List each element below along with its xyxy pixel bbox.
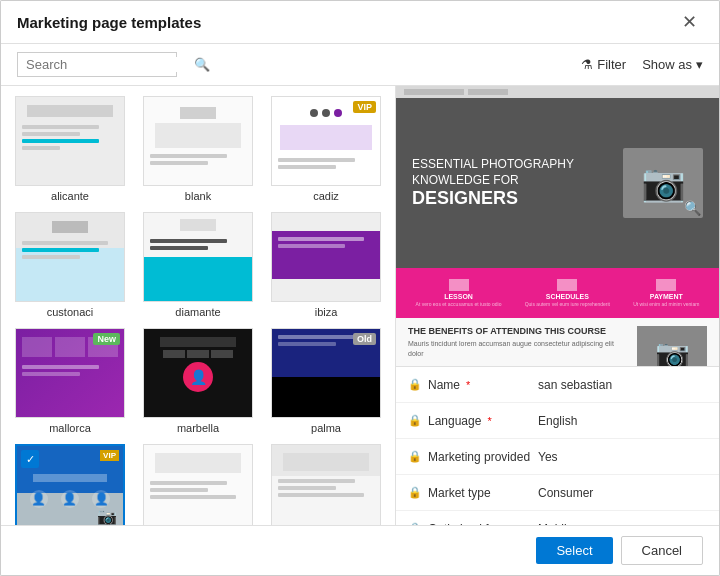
lock-icon: 🔒 <box>408 486 422 499</box>
detail-label-name: Name <box>428 378 460 392</box>
detail-value-name: san sebastian <box>538 378 707 392</box>
new-badge: New <box>93 333 120 345</box>
preview-image: ESSENTIAL PHOTOGRAPHY KNOWLEDGE FOR DESI… <box>396 86 719 366</box>
search-box[interactable]: 🔍 <box>17 52 177 77</box>
template-thumbnail <box>143 96 253 186</box>
template-item[interactable]: custonaci <box>11 212 129 318</box>
lock-icon: 🔒 <box>408 378 422 391</box>
detail-label-market-type: Market type <box>428 486 491 500</box>
template-name: cadiz <box>313 190 339 202</box>
template-thumbnail: VIP <box>271 96 381 186</box>
template-item[interactable]: 👤 marbella <box>139 328 257 434</box>
old-badge: Old <box>353 333 376 345</box>
dialog-footer: Select Cancel <box>1 525 719 575</box>
template-thumbnail <box>143 212 253 302</box>
hero-subtitle: DESIGNERS <box>412 188 623 209</box>
template-thumbnail <box>143 444 253 525</box>
template-thumbnail: 👤 <box>143 328 253 418</box>
template-thumbnail: New <box>15 328 125 418</box>
template-thumbnail <box>15 212 125 302</box>
lock-icon: 🔒 <box>408 450 422 463</box>
template-item[interactable]: struct-1 <box>267 444 385 525</box>
template-thumbnail <box>271 444 381 525</box>
template-grid-panel: alicante blank <box>1 86 396 525</box>
close-button[interactable]: ✕ <box>676 11 703 33</box>
template-name: ibiza <box>315 306 338 318</box>
preview-benefits: THE BENEFITS OF ATTENDING THIS COURSE Ma… <box>396 318 719 366</box>
preview-hero: ESSENTIAL PHOTOGRAPHY KNOWLEDGE FOR DESI… <box>396 98 719 268</box>
show-as-button[interactable]: Show as ▾ <box>642 57 703 72</box>
select-button[interactable]: Select <box>536 537 612 564</box>
template-item[interactable]: blank <box>139 96 257 202</box>
dialog-body: alicante blank <box>1 86 719 525</box>
template-item[interactable]: VIP cadiz <box>267 96 385 202</box>
template-thumbnail: Old <box>271 328 381 418</box>
template-grid: alicante blank <box>11 96 385 525</box>
detail-label-marketing: Marketing provided <box>428 450 530 464</box>
detail-value-language: English <box>538 414 707 428</box>
detail-value-marketing: Yes <box>538 450 707 464</box>
template-item-san-sebastian[interactable]: ✓ 👤 👤 👤 VIP 📷 san sebastian <box>11 444 129 525</box>
template-name: diamante <box>175 306 220 318</box>
detail-row-name: 🔒 Name * san sebastian <box>396 367 719 403</box>
detail-row-language: 🔒 Language * English <box>396 403 719 439</box>
preview-camera-image: 📷 🔍 <box>623 148 703 218</box>
search-input[interactable] <box>26 57 194 72</box>
benefits-title: THE BENEFITS OF ATTENDING THIS COURSE <box>408 326 629 336</box>
detail-label-language: Language <box>428 414 481 428</box>
template-name: alicante <box>51 190 89 202</box>
template-item[interactable]: New mallorca <box>11 328 129 434</box>
chevron-down-icon: ▾ <box>696 57 703 72</box>
toolbar-right: ⚗ Filter Show as ▾ <box>581 57 703 72</box>
template-thumbnail <box>15 96 125 186</box>
dialog-title: Marketing page templates <box>17 14 201 31</box>
detail-row-marketing: 🔒 Marketing provided Yes <box>396 439 719 475</box>
template-item[interactable]: sitges <box>139 444 257 525</box>
template-name: mallorca <box>49 422 91 434</box>
template-thumbnail: ✓ 👤 👤 👤 VIP 📷 <box>15 444 125 525</box>
preview-pink-bar: LESSON At vero eos et accusamus et iusto… <box>396 268 719 318</box>
template-name: marbella <box>177 422 219 434</box>
detail-row-optimized: 🔒 Optimized for Mobile <box>396 511 719 525</box>
template-item[interactable]: ibiza <box>267 212 385 318</box>
filter-icon: ⚗ <box>581 57 593 72</box>
dialog-header: Marketing page templates ✕ <box>1 1 719 44</box>
schedules-item: SCHEDULES Quis autem vel eum iure repreh… <box>525 279 610 307</box>
lock-icon: 🔒 <box>408 414 422 427</box>
filter-button[interactable]: ⚗ Filter <box>581 57 626 72</box>
hero-title: ESSENTIAL PHOTOGRAPHY KNOWLEDGE FOR <box>412 157 623 188</box>
details-section: 🔒 Name * san sebastian 🔒 Language * Engl… <box>396 366 719 525</box>
template-name: blank <box>185 190 211 202</box>
template-item[interactable]: diamante <box>139 212 257 318</box>
template-item[interactable]: Old palma <box>267 328 385 434</box>
vip-badge: VIP <box>100 450 119 461</box>
benefits-image: 📷 <box>637 326 707 366</box>
template-name: palma <box>311 422 341 434</box>
template-thumbnail <box>271 212 381 302</box>
template-name: custonaci <box>47 306 93 318</box>
detail-row-market-type: 🔒 Market type Consumer <box>396 475 719 511</box>
lesson-item: LESSON At vero eos et accusamus et iusto… <box>416 279 502 307</box>
detail-value-market-type: Consumer <box>538 486 707 500</box>
selected-check-icon: ✓ <box>21 450 39 468</box>
vip-badge: VIP <box>353 101 376 113</box>
marketing-templates-dialog: Marketing page templates ✕ 🔍 ⚗ Filter Sh… <box>0 0 720 576</box>
template-item[interactable]: alicante <box>11 96 129 202</box>
search-icon: 🔍 <box>194 57 210 72</box>
preview-panel: ESSENTIAL PHOTOGRAPHY KNOWLEDGE FOR DESI… <box>396 86 719 525</box>
dialog-toolbar: 🔍 ⚗ Filter Show as ▾ <box>1 44 719 86</box>
cancel-button[interactable]: Cancel <box>621 536 703 565</box>
payment-item: PAYMENT Ut wisi enim ad minim veniam <box>633 279 699 307</box>
